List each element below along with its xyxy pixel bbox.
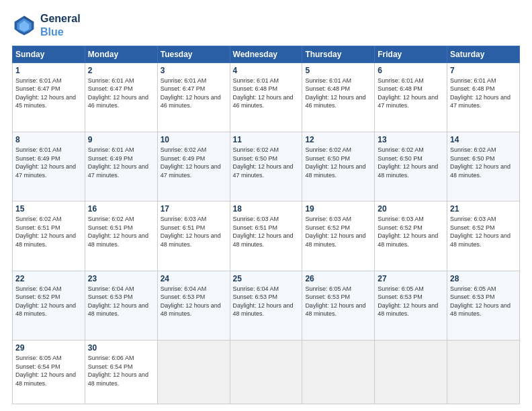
sunset-text: Sunset: 6:53 PM (305, 293, 350, 300)
header: GeneralBlue (12, 12, 520, 39)
sunset-text: Sunset: 6:47 PM (15, 85, 60, 92)
day-number: 17 (161, 204, 227, 214)
sunset-text: Sunset: 6:53 PM (450, 293, 495, 300)
calendar-week-5: 29 Sunrise: 6:05 AM Sunset: 6:54 PM Dayl… (13, 340, 520, 404)
weekday-header-friday: Friday (375, 46, 447, 62)
daylight-text: Daylight: 12 hours and 48 minutes. (15, 371, 76, 387)
calendar-cell: 13 Sunrise: 6:02 AM Sunset: 6:50 PM Dayl… (375, 132, 447, 201)
sunset-text: Sunset: 6:47 PM (88, 85, 133, 92)
daylight-text: Daylight: 12 hours and 48 minutes. (88, 232, 148, 248)
sunrise-text: Sunrise: 6:03 AM (450, 216, 496, 222)
daylight-text: Daylight: 12 hours and 48 minutes. (450, 232, 511, 248)
sunrise-text: Sunrise: 6:04 AM (15, 285, 62, 292)
calendar-cell: 23 Sunrise: 6:04 AM Sunset: 6:53 PM Dayl… (85, 271, 157, 340)
day-number: 16 (88, 204, 154, 214)
calendar-cell: 14 Sunrise: 6:02 AM Sunset: 6:50 PM Dayl… (447, 132, 520, 201)
sunrise-text: Sunrise: 6:02 AM (450, 146, 496, 153)
calendar-cell: 28 Sunrise: 6:05 AM Sunset: 6:53 PM Dayl… (447, 271, 520, 340)
sunrise-text: Sunrise: 6:03 AM (161, 216, 207, 222)
calendar-week-2: 8 Sunrise: 6:01 AM Sunset: 6:49 PM Dayli… (13, 132, 520, 201)
daylight-text: Daylight: 12 hours and 48 minutes. (378, 302, 438, 318)
sunrise-text: Sunrise: 6:05 AM (378, 285, 424, 292)
sunset-text: Sunset: 6:52 PM (378, 224, 423, 231)
day-number: 8 (15, 135, 82, 144)
sunset-text: Sunset: 6:53 PM (378, 293, 423, 300)
daylight-text: Daylight: 12 hours and 46 minutes. (161, 94, 221, 109)
sunrise-text: Sunrise: 6:03 AM (233, 216, 279, 222)
calendar-cell: 16 Sunrise: 6:02 AM Sunset: 6:51 PM Dayl… (85, 201, 157, 271)
calendar-cell: 25 Sunrise: 6:04 AM Sunset: 6:53 PM Dayl… (230, 271, 302, 340)
daylight-text: Daylight: 12 hours and 46 minutes. (233, 94, 294, 109)
sunset-text: Sunset: 6:51 PM (88, 224, 133, 231)
day-number: 5 (305, 66, 371, 75)
page: GeneralBlue SundayMondayTuesdayWednesday… (0, 0, 532, 411)
calendar-table: SundayMondayTuesdayWednesdayThursdayFrid… (12, 46, 520, 404)
weekday-header-thursday: Thursday (302, 46, 375, 62)
day-number: 15 (15, 204, 82, 214)
calendar-cell: 29 Sunrise: 6:05 AM Sunset: 6:54 PM Dayl… (13, 340, 85, 404)
calendar-cell: 5 Sunrise: 6:01 AM Sunset: 6:48 PM Dayli… (302, 62, 375, 132)
logo: GeneralBlue (12, 12, 81, 39)
daylight-text: Daylight: 12 hours and 48 minutes. (15, 302, 76, 318)
sunrise-text: Sunrise: 6:05 AM (15, 355, 62, 361)
calendar-cell (157, 340, 230, 404)
sunrise-text: Sunrise: 6:04 AM (161, 285, 207, 292)
sunrise-text: Sunrise: 6:06 AM (88, 355, 134, 361)
day-number: 13 (378, 135, 444, 144)
weekday-header-sunday: Sunday (13, 46, 85, 62)
sunrise-text: Sunrise: 6:01 AM (15, 146, 62, 153)
sunrise-text: Sunrise: 6:02 AM (88, 216, 134, 222)
sunset-text: Sunset: 6:50 PM (233, 155, 278, 162)
sunrise-text: Sunrise: 6:02 AM (305, 146, 351, 153)
sunrise-text: Sunrise: 6:04 AM (88, 285, 134, 292)
calendar-week-1: 1 Sunrise: 6:01 AM Sunset: 6:47 PM Dayli… (13, 62, 520, 132)
sunrise-text: Sunrise: 6:05 AM (305, 285, 351, 292)
logo-icon (12, 13, 36, 38)
sunrise-text: Sunrise: 6:01 AM (88, 146, 134, 153)
day-number: 6 (378, 66, 444, 75)
sunrise-text: Sunrise: 6:02 AM (233, 146, 279, 153)
calendar-cell: 15 Sunrise: 6:02 AM Sunset: 6:51 PM Dayl… (13, 201, 85, 271)
day-number: 3 (161, 66, 227, 75)
weekday-header-wednesday: Wednesday (230, 46, 302, 62)
day-number: 23 (88, 274, 154, 283)
calendar-cell: 20 Sunrise: 6:03 AM Sunset: 6:52 PM Dayl… (375, 201, 447, 271)
sunset-text: Sunset: 6:49 PM (15, 155, 60, 162)
sunrise-text: Sunrise: 6:03 AM (305, 216, 351, 222)
daylight-text: Daylight: 12 hours and 47 minutes. (378, 94, 438, 109)
daylight-text: Daylight: 12 hours and 48 minutes. (88, 371, 148, 387)
daylight-text: Daylight: 12 hours and 47 minutes. (88, 163, 148, 179)
day-number: 9 (88, 135, 154, 144)
daylight-text: Daylight: 12 hours and 48 minutes. (450, 163, 511, 179)
daylight-text: Daylight: 12 hours and 48 minutes. (88, 302, 148, 318)
sunset-text: Sunset: 6:49 PM (161, 155, 206, 162)
day-number: 30 (88, 343, 154, 353)
sunset-text: Sunset: 6:50 PM (378, 155, 423, 162)
calendar-week-3: 15 Sunrise: 6:02 AM Sunset: 6:51 PM Dayl… (13, 201, 520, 271)
daylight-text: Daylight: 12 hours and 46 minutes. (305, 94, 365, 109)
sunset-text: Sunset: 6:48 PM (450, 85, 495, 92)
day-number: 24 (161, 274, 227, 283)
daylight-text: Daylight: 12 hours and 48 minutes. (305, 232, 365, 248)
calendar-cell: 2 Sunrise: 6:01 AM Sunset: 6:47 PM Dayli… (85, 62, 157, 132)
sunset-text: Sunset: 6:51 PM (233, 224, 278, 231)
day-number: 20 (378, 204, 444, 214)
sunrise-text: Sunrise: 6:01 AM (378, 77, 424, 84)
sunset-text: Sunset: 6:48 PM (305, 85, 350, 92)
logo-text: GeneralBlue (40, 12, 81, 39)
sunrise-text: Sunrise: 6:04 AM (233, 285, 279, 292)
calendar-cell: 30 Sunrise: 6:06 AM Sunset: 6:54 PM Dayl… (85, 340, 157, 404)
calendar-cell: 8 Sunrise: 6:01 AM Sunset: 6:49 PM Dayli… (13, 132, 85, 201)
calendar-week-4: 22 Sunrise: 6:04 AM Sunset: 6:52 PM Dayl… (13, 271, 520, 340)
calendar-cell: 1 Sunrise: 6:01 AM Sunset: 6:47 PM Dayli… (13, 62, 85, 132)
sunset-text: Sunset: 6:54 PM (88, 363, 133, 370)
calendar-cell (447, 340, 520, 404)
calendar-cell: 22 Sunrise: 6:04 AM Sunset: 6:52 PM Dayl… (13, 271, 85, 340)
calendar-cell (302, 340, 375, 404)
day-number: 14 (450, 135, 517, 144)
calendar-cell: 10 Sunrise: 6:02 AM Sunset: 6:49 PM Dayl… (157, 132, 230, 201)
weekday-header-tuesday: Tuesday (157, 46, 230, 62)
daylight-text: Daylight: 12 hours and 47 minutes. (161, 163, 221, 179)
daylight-text: Daylight: 12 hours and 48 minutes. (450, 302, 511, 318)
sunrise-text: Sunrise: 6:02 AM (161, 146, 207, 153)
